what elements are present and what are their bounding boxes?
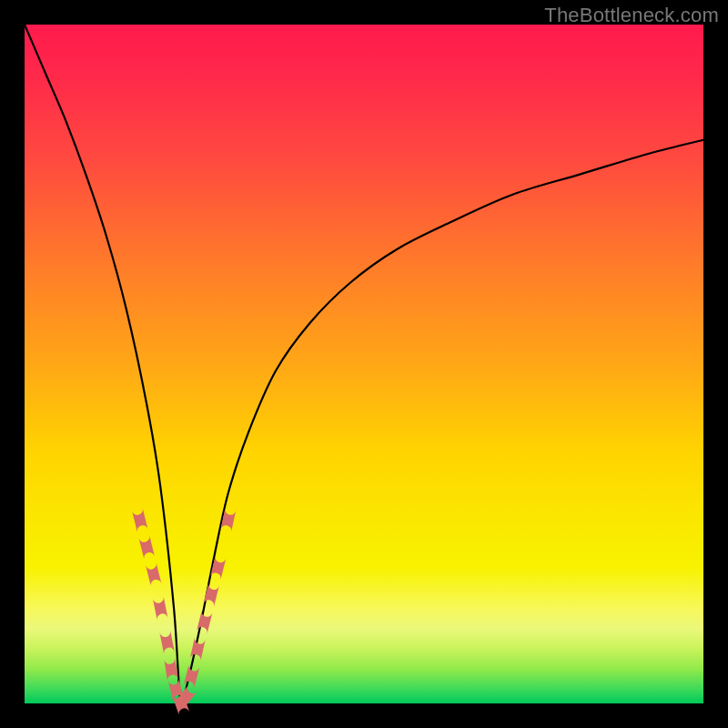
curve-marker — [132, 508, 147, 531]
marker-group — [132, 508, 236, 715]
chart-frame: TheBottleneck.com — [0, 0, 728, 728]
curve-marker — [146, 562, 161, 586]
watermark-text: TheBottleneck.com — [544, 4, 719, 27]
curve-marker — [159, 631, 174, 654]
curve-marker — [164, 658, 177, 682]
curve-marker — [210, 556, 226, 580]
chart-svg — [25, 25, 703, 703]
curve-marker — [153, 597, 167, 621]
bottleneck-curve — [25, 25, 703, 707]
curve-marker — [139, 535, 155, 559]
